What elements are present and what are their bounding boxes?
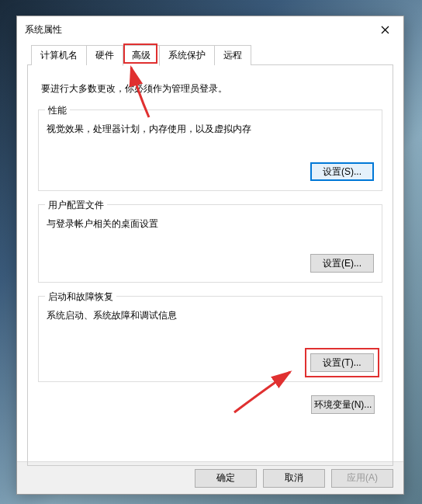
group-performance-title: 性能 [45, 104, 70, 117]
apply-button[interactable]: 应用(A) [331, 469, 393, 488]
group-user-profile: 用户配置文件 与登录帐户相关的桌面设置 设置(E)... [38, 204, 382, 283]
cancel-button[interactable]: 取消 [263, 469, 325, 488]
group-startup-recovery: 启动和故障恢复 系统启动、系统故障和调试信息 设置(T)... [38, 296, 382, 382]
group-user-profile-title: 用户配置文件 [45, 199, 107, 212]
tab-computer-name[interactable]: 计算机名 [31, 45, 87, 65]
titlebar: 系统属性 [17, 16, 403, 43]
environment-variables-button[interactable]: 环境变量(N)... [311, 395, 375, 414]
tab-system-protection[interactable]: 系统保护 [159, 45, 215, 65]
performance-settings-button[interactable]: 设置(S)... [310, 162, 374, 181]
tab-hardware[interactable]: 硬件 [86, 45, 123, 65]
system-properties-dialog: 系统属性 计算机名 硬件 高级 系统保护 远程 要进行大多数更改，你必须作为管理… [16, 16, 404, 495]
group-performance-desc: 视觉效果，处理器计划，内存使用，以及虚拟内存 [47, 123, 374, 136]
close-icon [381, 26, 389, 34]
user-profile-settings-button[interactable]: 设置(E)... [310, 254, 374, 273]
tabs: 计算机名 硬件 高级 系统保护 远程 [31, 45, 403, 65]
group-startup-desc: 系统启动、系统故障和调试信息 [47, 309, 374, 322]
tab-panel-advanced: 要进行大多数更改，你必须作为管理员登录。 性能 视觉效果，处理器计划，内存使用，… [27, 64, 393, 466]
tab-advanced[interactable]: 高级 [123, 45, 160, 66]
group-startup-title: 启动和故障恢复 [45, 290, 116, 304]
ok-button[interactable]: 确定 [195, 469, 257, 488]
close-button[interactable] [374, 19, 396, 40]
group-user-profile-desc: 与登录帐户相关的桌面设置 [47, 217, 374, 231]
dialog-footer: 确定 取消 应用(A) [17, 461, 403, 494]
group-performance: 性能 视觉效果，处理器计划，内存使用，以及虚拟内存 设置(S)... [38, 109, 382, 191]
tab-remote[interactable]: 远程 [214, 45, 251, 65]
startup-settings-button[interactable]: 设置(T)... [310, 353, 374, 372]
intro-text: 要进行大多数更改，你必须作为管理员登录。 [41, 82, 382, 96]
dialog-title: 系统属性 [25, 23, 62, 36]
